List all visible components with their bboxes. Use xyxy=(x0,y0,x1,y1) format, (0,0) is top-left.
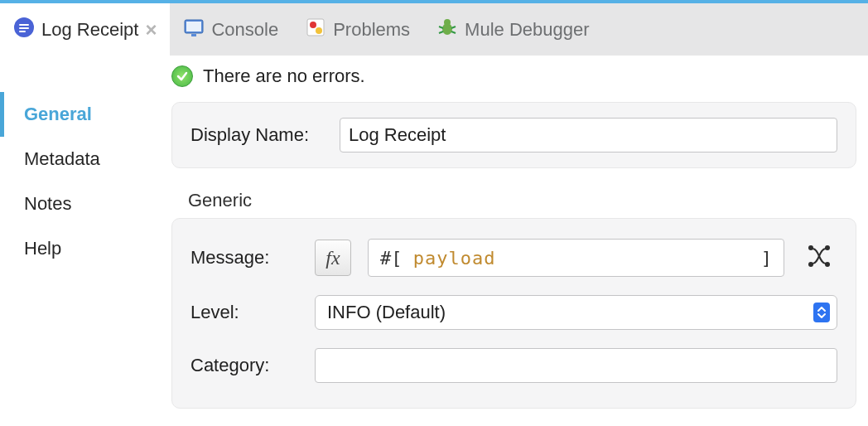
display-name-panel: Display Name: Log Receipt xyxy=(171,102,856,168)
validation-status: There are no errors. xyxy=(171,65,856,87)
level-select[interactable]: INFO (Default) xyxy=(315,295,837,330)
message-label: Message: xyxy=(190,247,298,269)
tab-problems[interactable]: Problems xyxy=(292,3,423,56)
display-name-value: Log Receipt xyxy=(349,124,446,146)
logger-icon xyxy=(13,17,35,43)
generic-section-title: Generic xyxy=(188,190,856,211)
mapping-icon xyxy=(806,243,832,274)
svg-line-13 xyxy=(451,27,456,28)
svg-point-19 xyxy=(825,262,830,267)
svg-rect-6 xyxy=(191,34,196,36)
problems-icon xyxy=(305,17,326,43)
svg-line-12 xyxy=(439,27,443,28)
expr-prefix: #[ xyxy=(380,248,403,269)
svg-point-18 xyxy=(825,245,830,250)
ok-icon xyxy=(171,65,193,87)
sidebar-item-label: General xyxy=(24,104,92,124)
sidebar-item-notes[interactable]: Notes xyxy=(0,182,163,226)
svg-rect-2 xyxy=(19,27,29,29)
category-label: Category: xyxy=(190,355,298,376)
svg-point-8 xyxy=(310,22,316,28)
editor-tabbar: Log Receipt × Console Problems xyxy=(0,0,868,56)
display-name-label: Display Name: xyxy=(190,124,323,146)
map-button[interactable] xyxy=(801,240,837,276)
sidebar-item-metadata[interactable]: Metadata xyxy=(0,137,163,182)
fx-icon: fx xyxy=(326,247,340,269)
svg-rect-7 xyxy=(307,19,324,36)
expr-value: payload xyxy=(413,248,496,269)
sidebar-item-label: Metadata xyxy=(24,148,100,169)
message-input[interactable]: #[ payload ] xyxy=(368,239,784,277)
level-label: Level: xyxy=(190,302,298,323)
svg-rect-5 xyxy=(186,22,201,31)
svg-point-16 xyxy=(808,245,813,250)
category-input[interactable] xyxy=(315,348,837,383)
svg-rect-3 xyxy=(19,31,26,32)
tab-label: Problems xyxy=(333,19,410,41)
level-value: INFO (Default) xyxy=(327,302,446,323)
tab-label: Mule Debugger xyxy=(465,19,589,41)
sidebar-item-general[interactable]: General xyxy=(0,92,163,137)
validation-message: There are no errors. xyxy=(203,65,365,87)
sidebar-item-help[interactable]: Help xyxy=(0,226,163,271)
fx-button[interactable]: fx xyxy=(315,240,351,276)
generic-fieldset: Message: fx #[ payload ] xyxy=(171,218,856,409)
svg-point-9 xyxy=(316,27,322,34)
bug-icon xyxy=(436,17,458,43)
properties-sidebar: General Metadata Notes Help xyxy=(0,56,163,426)
display-name-input[interactable]: Log Receipt xyxy=(340,118,837,152)
tab-label: Log Receipt xyxy=(41,19,138,41)
sidebar-item-label: Help xyxy=(24,238,61,259)
expr-suffix: ] xyxy=(761,248,772,269)
sidebar-item-label: Notes xyxy=(24,193,71,214)
svg-point-11 xyxy=(444,19,451,26)
chevron-updown-icon xyxy=(813,303,830,322)
tab-log-receipt[interactable]: Log Receipt × xyxy=(0,3,170,56)
svg-line-14 xyxy=(439,31,443,33)
tab-mule-debugger[interactable]: Mule Debugger xyxy=(423,3,602,56)
close-icon[interactable]: × xyxy=(145,18,157,41)
svg-rect-1 xyxy=(19,24,29,26)
svg-line-15 xyxy=(451,31,456,33)
properties-main: There are no errors. Display Name: Log R… xyxy=(163,56,868,426)
console-icon xyxy=(183,17,205,43)
svg-point-17 xyxy=(808,262,813,267)
tab-label: Console xyxy=(211,19,278,41)
tab-console[interactable]: Console xyxy=(170,3,292,56)
